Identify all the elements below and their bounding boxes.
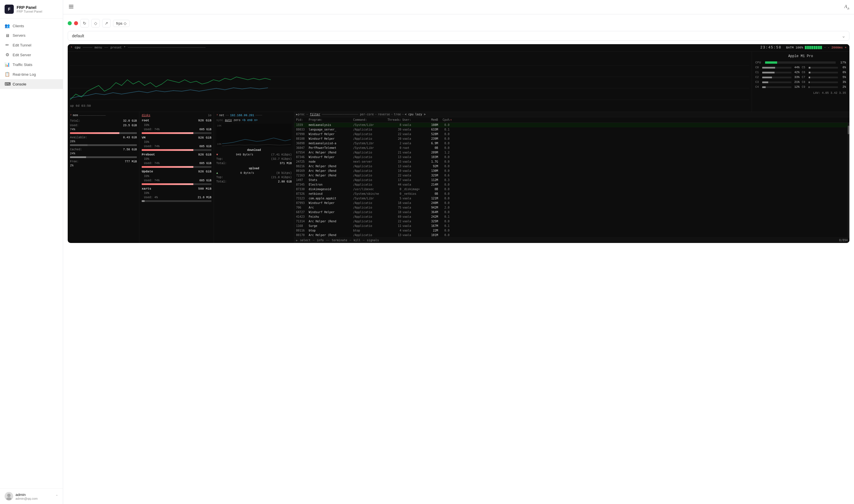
proc-col-headers: Pid: Program: Command: Threads: User: Me… [294, 117, 849, 123]
proc-mem: 240M [423, 201, 438, 205]
ul-top-label: Top: [216, 176, 223, 180]
table-row: 67554 Arc Helper (Rend /Applicatio 21 va… [294, 150, 849, 155]
ul-speed-row: ▲ 0 Byte/s (0 bitps) [216, 171, 292, 175]
tab-preset[interactable]: preset * [110, 46, 126, 50]
sidebar-item-servers[interactable]: 🖥 Servers [0, 31, 63, 40]
proc-pid: 80216 [296, 164, 309, 168]
user-menu-chevron[interactable]: ⌃ [55, 494, 58, 498]
proc-reverse-btn[interactable]: reverse [378, 112, 390, 116]
table-row: 1559 mediaanalysis /System/Libr 8 vaala … [294, 123, 849, 127]
disk-xarts-io: IO% [144, 191, 212, 195]
proc-tree-btn[interactable]: tree [394, 112, 401, 116]
proc-prog: Windsurf Helper [309, 201, 353, 205]
proc-scrollbar-thumb[interactable] [848, 126, 849, 134]
proc-cpu: 1.2 [438, 150, 450, 155]
proc-user: vaala [402, 219, 423, 223]
disk-update-used: Used: 74% 685 GiB [144, 179, 212, 183]
dl-top-label: Top: [216, 157, 223, 161]
proc-cmd: /Applicatio [353, 155, 385, 159]
core-c2: C2 33% [755, 75, 799, 79]
proc-thr: 22 [385, 132, 401, 136]
battery-sep: ─ [824, 46, 826, 50]
proc-cmd: /Applicatio [353, 150, 385, 155]
proc-thr: 13 [385, 155, 401, 159]
terminal: ¹ cpu ───── menu ── preset * ───────────… [68, 44, 849, 243]
proc-prog: btop [309, 229, 353, 233]
proc-user: vaala [402, 169, 423, 173]
interval-display: - 2000ms + [828, 46, 847, 50]
table-row: 41423 Feishu /Applicatio 69 vaala 242M 0… [294, 215, 849, 219]
proc-kill-btn[interactable]: kill [354, 238, 361, 242]
user-name: admin [16, 492, 38, 497]
translate-icon[interactable]: Aあ [844, 4, 849, 10]
proc-thr: 4 [385, 229, 401, 233]
mem-used-bar-fill [70, 132, 119, 134]
disk-xarts-name: xarts 500 MiB [142, 187, 212, 191]
disk-root-used: Used: 74% 685 GiB [144, 128, 212, 132]
disk-xarts-bar [142, 200, 212, 202]
proc-cmd: /System/Libr [353, 197, 385, 200]
proc-user: vaala [402, 164, 423, 168]
proc-terminate-btn[interactable]: terminate [332, 238, 347, 242]
col-threads: Threads: [385, 118, 401, 122]
proc-user: vaala [402, 233, 423, 237]
proc-user: vaala [402, 155, 423, 159]
sidebar-item-realtime-log[interactable]: 📋 Real-time Log [0, 69, 63, 79]
proc-cmd: /Applicatio [353, 132, 385, 136]
sidebar-item-edit-server[interactable]: ⚙ Edit Server [0, 50, 63, 60]
proc-prog: mediaanalysisd-a [309, 141, 353, 145]
proc-info-btn[interactable]: info [317, 238, 324, 242]
proc-prog: Surge [309, 224, 353, 228]
proc-mem: 92M [423, 164, 438, 168]
net-iface-label: 192.168.99.201 [230, 113, 254, 118]
proc-signals-btn[interactable]: signals [367, 238, 379, 242]
frps-dropdown[interactable]: frps ◇ [113, 20, 130, 27]
table-row: 72163 Arc Helper (Rend /Applicatio 22 va… [294, 173, 849, 178]
proc-thr: 0 [385, 146, 401, 150]
export-button[interactable]: ↗ [102, 19, 111, 28]
proc-filter-btn[interactable]: filter [310, 112, 320, 116]
sidebar-toggle-button[interactable] [68, 3, 75, 11]
proc-list: 1559 mediaanalysis /System/Libr 8 vaala … [294, 123, 849, 237]
svg-rect-2 [69, 5, 73, 5]
proc-prog: PerfPowerTelemet [309, 146, 353, 150]
proc-sort[interactable]: < cpu lazy > [405, 112, 425, 116]
proc-cpu: 0.0 [438, 197, 450, 200]
table-row: 80169 Arc Helper (Rend /Applicatio 19 va… [294, 169, 849, 173]
disk-entries: root 926 GiB IO% Used: 74% 685 GiB [142, 119, 212, 202]
mem-tab-num: ² [70, 113, 72, 118]
tab-menu[interactable]: menu [94, 46, 102, 50]
proc-cmd: /usr/libexec [353, 187, 385, 191]
mem-avail-pct: 26% [70, 140, 137, 144]
proc-mem: 364M [423, 210, 438, 214]
proc-select-btn[interactable]: select [300, 238, 310, 242]
proc-user: vaala [402, 128, 423, 132]
proc-cpu: 0.0 [438, 169, 450, 173]
terminal-time: 23:45:58 [761, 45, 782, 50]
topbar: Aあ [63, 0, 854, 14]
app-subtitle: FRP Tunnel Panel [17, 10, 42, 13]
sidebar-item-label: Servers [13, 33, 25, 38]
proc-mem: 942M [423, 206, 438, 210]
proc-thr: 10 [385, 210, 401, 214]
proc-percore-btn[interactable]: per-core [360, 112, 374, 116]
server-select[interactable]: default [68, 31, 849, 41]
sidebar-item-traffic-stats[interactable]: 📊 Traffic Stats [0, 60, 63, 69]
sidebar-item-clients[interactable]: 👥 Clients [0, 21, 63, 31]
battery-label: BATM 100% [786, 46, 803, 50]
proc-mem: 6.9M [423, 141, 438, 145]
tab-cpu[interactable]: cpu [75, 46, 80, 50]
sidebar-item-label: Clients [13, 24, 24, 28]
proc-mem: 22M [423, 229, 438, 233]
core-c0: C0 44% [755, 66, 799, 70]
mem-used-label: Used: [70, 124, 78, 128]
refresh-button[interactable]: ↻ [80, 19, 89, 28]
sidebar-item-edit-tunnel[interactable]: ✏ Edit Tunnel [0, 40, 63, 50]
proc-thr: 21 [385, 150, 401, 155]
diamond-button[interactable]: ◇ [91, 19, 100, 28]
sidebar-item-console[interactable]: ⌨ Console [0, 79, 63, 89]
proc-scrollbar-track[interactable] [848, 123, 849, 237]
proc-mem: 325M [423, 174, 438, 178]
proc-cpu: 0.6 [438, 174, 450, 178]
tab-sep-2: ── [105, 46, 108, 50]
